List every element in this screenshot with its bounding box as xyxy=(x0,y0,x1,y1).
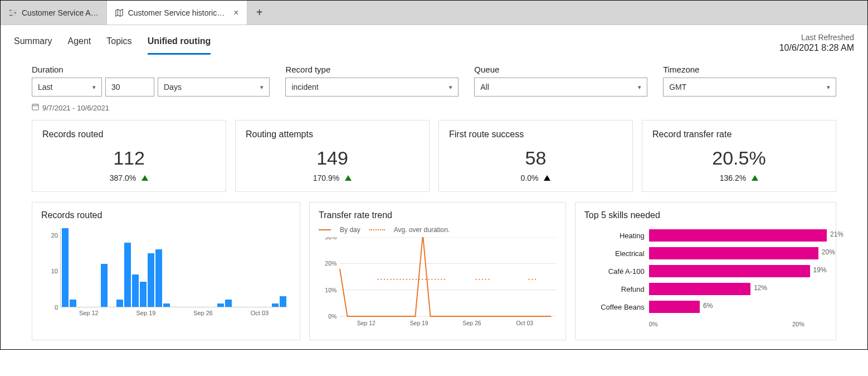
kpi-routing-attempts: Routing attempts 149 170.9% xyxy=(235,120,430,192)
duration-number-input[interactable]: 30 xyxy=(105,78,154,97)
kpi-record-transfer-rate: Record transfer rate 20.5% 136.2% xyxy=(642,120,836,192)
chevron-down-icon: ▾ xyxy=(449,84,452,91)
x-axis-tick: 0% xyxy=(649,321,658,327)
duration-unit-select[interactable]: Days ▾ xyxy=(158,78,270,97)
hbar-value: 6% xyxy=(703,302,713,310)
svg-rect-5 xyxy=(13,15,16,16)
svg-rect-1 xyxy=(12,9,16,11)
bar xyxy=(280,296,286,307)
tab-summary[interactable]: Summary xyxy=(14,33,52,55)
bar xyxy=(217,303,224,307)
bar xyxy=(116,300,123,307)
record-type-select[interactable]: incident ▾ xyxy=(285,78,459,97)
svg-rect-0 xyxy=(9,9,12,11)
queue-label: Queue xyxy=(474,65,647,74)
legend-swatch-solid xyxy=(319,229,331,230)
bar xyxy=(163,303,170,307)
tab-customer-service-a[interactable]: Customer Service A… xyxy=(1,1,107,25)
settings-icon xyxy=(8,8,17,17)
hbar-row: Café A-10019% xyxy=(584,265,827,277)
last-refreshed-label: Last Refreshed xyxy=(779,33,854,42)
bar xyxy=(124,243,131,307)
last-refreshed-value: 10/6/2021 8:28 AM xyxy=(779,43,854,53)
legend-swatch-dotted xyxy=(369,229,385,230)
tab-label: Customer Service historic… xyxy=(128,8,225,17)
bar xyxy=(155,249,162,307)
timezone-select[interactable]: GMT ▾ xyxy=(663,78,836,97)
tab-label: Customer Service A… xyxy=(22,8,99,17)
y-axis-tick: 10 xyxy=(41,268,58,274)
chart-transfer-rate-trend: Transfer rate trend By day Avg. over dur… xyxy=(309,202,566,340)
chart-top-skills: Top 5 skills needed Heating21%Electrical… xyxy=(575,202,836,340)
hbar-label: Heating xyxy=(584,232,645,240)
hbar-label: Electrical xyxy=(584,249,645,258)
y-axis-tick: 0 xyxy=(41,304,58,311)
x-axis-tick: Sep 19 xyxy=(136,310,156,321)
bar xyxy=(101,264,108,307)
svg-rect-2 xyxy=(9,12,14,13)
record-type-label: Record type xyxy=(285,65,459,74)
x-axis-tick: 20% xyxy=(792,321,804,327)
queue-select[interactable]: All ▾ xyxy=(474,78,647,97)
timezone-label: Timezone xyxy=(663,65,836,74)
bar xyxy=(70,300,76,307)
trend-up-icon xyxy=(752,175,758,181)
hbar-fill xyxy=(649,283,750,295)
svg-text:Sep 12: Sep 12 xyxy=(357,320,376,326)
hbar-fill xyxy=(649,247,818,259)
svg-text:Oct 03: Oct 03 xyxy=(516,320,534,326)
trend-neutral-icon xyxy=(544,175,550,181)
x-axis-tick: Sep 12 xyxy=(79,310,99,321)
bar xyxy=(272,303,279,307)
close-icon[interactable]: × xyxy=(233,8,238,18)
bar xyxy=(132,274,139,307)
chevron-down-icon: ▾ xyxy=(827,84,830,91)
svg-text:Sep 26: Sep 26 xyxy=(463,320,481,326)
hbar-value: 20% xyxy=(822,248,835,256)
svg-rect-3 xyxy=(14,12,17,13)
tab-agent[interactable]: Agent xyxy=(67,33,91,55)
calendar-icon xyxy=(32,103,39,112)
svg-text:30%: 30% xyxy=(325,237,337,240)
svg-rect-4 xyxy=(9,15,12,16)
tab-topics[interactable]: Topics xyxy=(106,33,131,55)
svg-text:10%: 10% xyxy=(325,286,337,293)
duration-label: Duration xyxy=(32,65,270,74)
hbar-row: Coffee Beans6% xyxy=(584,301,827,313)
bar xyxy=(148,253,154,307)
report-tabs: Summary Agent Topics Unified routing xyxy=(14,33,211,55)
date-range-text: 9/7/2021 - 10/6/2021 xyxy=(42,104,109,112)
hbar-fill xyxy=(649,229,827,242)
svg-text:Sep 19: Sep 19 xyxy=(410,320,428,326)
tab-customer-service-historic[interactable]: Customer Service historic… × xyxy=(107,1,247,25)
map-icon xyxy=(115,8,124,17)
trend-up-icon xyxy=(345,175,352,181)
bar xyxy=(140,282,147,307)
chevron-down-icon: ▾ xyxy=(260,84,264,91)
chart-records-routed: Records routed 01020Sep 12Sep 19Sep 26Oc… xyxy=(32,202,300,340)
y-axis-tick: 20 xyxy=(41,232,58,239)
tab-unified-routing[interactable]: Unified routing xyxy=(148,33,211,55)
svg-rect-6 xyxy=(32,104,38,110)
new-tab-button[interactable]: + xyxy=(247,1,272,25)
svg-text:20%: 20% xyxy=(325,260,337,267)
hbar-row: Heating21% xyxy=(584,229,827,242)
hbar-fill xyxy=(649,265,810,277)
hbar-fill xyxy=(649,301,700,313)
hbar-row: Electrical20% xyxy=(584,247,827,259)
x-axis-tick: Oct 03 xyxy=(251,310,269,321)
trend-up-icon xyxy=(142,175,148,181)
duration-mode-select[interactable]: Last ▾ xyxy=(32,78,102,97)
kpi-records-routed: Records routed 112 387.0% xyxy=(32,120,226,192)
hbar-label: Coffee Beans xyxy=(584,303,645,311)
window-tab-strip: Customer Service A… Customer Service his… xyxy=(1,1,867,25)
hbar-row: Refund12% xyxy=(584,283,827,295)
last-refreshed: Last Refreshed 10/6/2021 8:28 AM xyxy=(779,33,854,53)
chevron-down-icon: ▾ xyxy=(638,84,641,91)
x-axis-tick: Sep 26 xyxy=(193,310,213,321)
hbar-value: 12% xyxy=(754,284,767,292)
bar xyxy=(62,228,69,307)
svg-text:0%: 0% xyxy=(328,313,337,320)
hbar-label: Café A-100 xyxy=(584,267,645,276)
kpi-first-route-success: First route success 58 0.0% xyxy=(438,120,633,192)
